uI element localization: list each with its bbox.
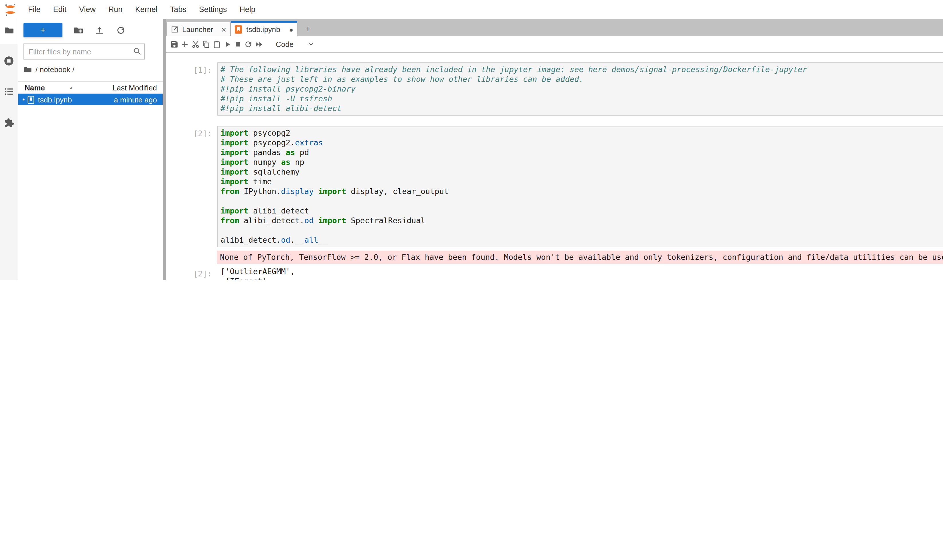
notebook-icon (235, 25, 243, 34)
run-icon[interactable] (222, 38, 233, 50)
dock-panel: Launcher × tsdb.ipynb ● + (166, 19, 943, 280)
file-browser-panel: + / note (19, 19, 163, 280)
refresh-icon[interactable] (116, 25, 126, 35)
menu-edit[interactable]: Edit (47, 5, 73, 14)
tab-launcher[interactable]: Launcher × (166, 22, 231, 36)
folder-icon (23, 65, 32, 74)
jupyter-logo-icon (4, 2, 17, 17)
stop-icon[interactable] (233, 38, 243, 50)
file-name: tsdb.ipynb (38, 95, 72, 104)
new-folder-icon[interactable] (73, 25, 83, 35)
menu-kernel[interactable]: Kernel (129, 5, 164, 14)
file-modified: a minute ago (114, 95, 157, 104)
breadcrumb-path[interactable]: / notebook / (35, 65, 74, 74)
menu-bar: File Edit View Run Kernel Tabs Settings … (0, 0, 943, 19)
stderr-output[interactable]: None of PyTorch, TensorFlow >= 2.0, or F… (166, 251, 943, 264)
search-icon (133, 47, 142, 56)
output-text: ['OutlierAEGMM', 'IForest', 'Mahalanobis… (217, 266, 943, 280)
sidebar-tab-toc[interactable] (0, 84, 18, 101)
folder-icon (4, 25, 14, 38)
menu-view[interactable]: View (73, 5, 102, 14)
chevron-down-icon[interactable] (307, 41, 314, 48)
new-launcher-button[interactable]: + (23, 23, 62, 37)
stderr-text: None of PyTorch, TensorFlow >= 2.0, or F… (217, 251, 943, 264)
unsaved-indicator[interactable]: ● (289, 25, 293, 34)
menu-help[interactable]: Help (233, 5, 262, 14)
notebook-toolbar: Code (166, 36, 943, 53)
copy-icon[interactable] (201, 38, 211, 50)
unsaved-dot: • (22, 95, 25, 104)
menu-settings[interactable]: Settings (193, 5, 233, 14)
notebook-cells: [1]:# The following libraries have alrea… (166, 62, 943, 280)
filter-files (23, 43, 145, 60)
puzzle-icon (4, 118, 14, 131)
new-tab-button[interactable]: + (302, 25, 314, 34)
list-icon (4, 86, 14, 99)
activity-bar (0, 19, 19, 280)
sidebar-tab-extensions[interactable] (0, 115, 18, 133)
cell-editor[interactable]: # The following libraries have already b… (217, 62, 943, 115)
code-cell[interactable]: [1]:# The following libraries have alrea… (166, 62, 943, 115)
cell-type-dropdown[interactable]: Code (276, 40, 293, 48)
cell-prompt: [2]: (166, 266, 217, 280)
sidebar-tab-filebrowser[interactable] (0, 19, 18, 44)
menu-run[interactable]: Run (102, 5, 129, 14)
notebook-area[interactable]: [1]:# The following libraries have alrea… (166, 53, 943, 280)
run-all-icon[interactable] (254, 38, 264, 50)
tab-label: tsdb.ipynb (246, 25, 280, 34)
restart-kernel-icon[interactable] (243, 38, 254, 50)
menu-file[interactable]: File (22, 5, 47, 14)
stop-circle-icon (3, 55, 14, 68)
column-header-modified[interactable]: Last Modified (113, 83, 157, 92)
column-header-name[interactable]: Name (25, 83, 45, 92)
paste-icon[interactable] (211, 38, 222, 50)
tab-bar: Launcher × tsdb.ipynb ● + (166, 19, 943, 36)
breadcrumb[interactable]: / notebook / (19, 60, 163, 78)
sidebar-tab-running[interactable] (0, 53, 18, 71)
save-icon[interactable] (169, 38, 179, 50)
sort-ascending-icon: ▲ (69, 85, 74, 90)
jupyterlab-window: File Edit View Run Kernel Tabs Settings … (0, 0, 943, 280)
output-cell[interactable]: [2]:['OutlierAEGMM', 'IForest', 'Mahalan… (166, 266, 943, 280)
panel-splitter[interactable] (163, 19, 166, 280)
menu-tabs[interactable]: Tabs (164, 5, 193, 14)
tab-label: Launcher (182, 25, 213, 34)
file-browser-toolbar: + (19, 19, 163, 38)
code-cell[interactable]: [2]:import psycopg2import psycopg2.extra… (166, 126, 943, 247)
add-cell-icon[interactable] (179, 38, 190, 50)
cell-prompt: [1]: (166, 62, 217, 115)
cell-prompt (166, 251, 217, 264)
cell-prompt: [2]: (166, 126, 217, 247)
file-row[interactable]: • tsdb.ipynb a minute ago (19, 94, 163, 105)
filter-files-input[interactable] (23, 43, 145, 60)
notebook-file-icon (28, 95, 34, 104)
close-icon[interactable]: × (221, 25, 226, 33)
file-list-header: Name ▲ Last Modified (19, 81, 163, 94)
tab-tsdb-notebook[interactable]: tsdb.ipynb ● (231, 21, 297, 36)
cut-icon[interactable] (190, 38, 201, 50)
cell-editor[interactable]: import psycopg2import psycopg2.extrasimp… (217, 126, 943, 247)
launcher-icon (171, 25, 179, 34)
upload-icon[interactable] (94, 25, 105, 35)
